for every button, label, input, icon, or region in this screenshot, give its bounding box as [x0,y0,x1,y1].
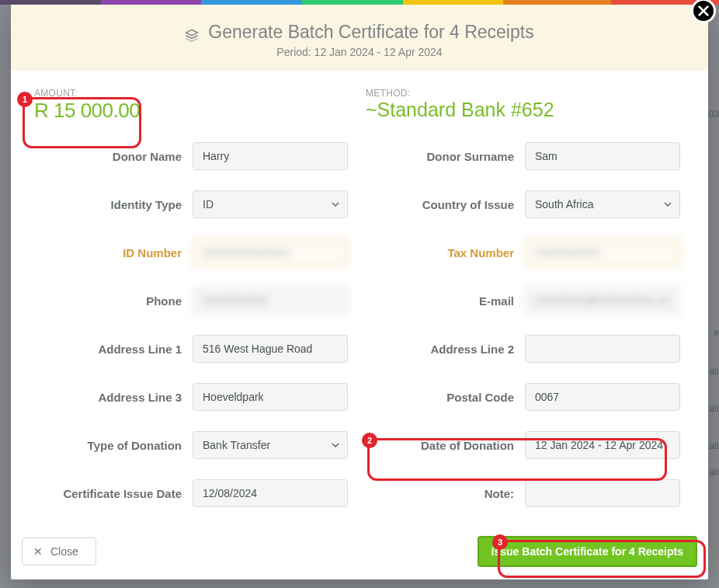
input-phone[interactable] [193,287,348,315]
input-donor-name[interactable] [193,142,348,170]
accent-stripe [0,0,719,5]
svg-marker-0 [186,30,198,36]
close-icon [696,4,710,18]
select-identity-type[interactable]: ID [193,190,348,218]
modal-title-row: Generate Batch Certificate for 4 Receipt… [26,22,693,43]
issue-button[interactable]: Issue Batch Certificate for 4 Receipts [478,536,697,567]
modal-dialog: Generate Batch Certificate for 4 Receipt… [11,5,708,579]
input-address3[interactable] [193,383,348,411]
close-footer-label: Close [50,545,78,558]
bg-hint: ati [709,403,719,414]
modal-footer: ✕ Close Issue Batch Certificate for 4 Re… [11,527,708,579]
method-value: ~Standard Bank #652 [366,99,694,121]
label-tax-number: Tax Number [359,246,514,259]
label-email: E-mail [359,294,514,308]
method-label: METHOD: [366,88,694,99]
bg-hint: e [714,327,719,338]
input-tax-number[interactable] [525,238,680,266]
label-cert-issue-date: Certificate Issue Date [57,487,182,500]
label-donation-date: Date of Donation [359,439,514,452]
label-identity-type: Identity Type [57,198,182,211]
select-donation-type[interactable]: Bank Transfer [193,431,348,459]
select-country-of-issue[interactable]: South Africa [525,190,680,218]
label-address1: Address Line 1 [57,343,182,356]
input-address1[interactable] [193,335,348,363]
form-grid: Donor Name Donor Surname Identity Type I… [11,130,708,515]
label-address2: Address Line 2 [359,343,514,356]
stack-icon [185,26,199,40]
bg-hint: 03 [709,109,719,120]
close-button[interactable] [691,0,716,23]
input-note[interactable] [525,479,680,507]
label-phone: Phone [57,294,182,308]
bg-hint: ati [709,440,719,451]
label-donation-type: Type of Donation [57,439,182,452]
input-donation-date[interactable] [525,431,680,459]
label-country-of-issue: Country of Issue [359,198,514,211]
label-note: Note: [359,487,514,500]
bg-hint: ati [709,467,719,478]
label-donor-surname: Donor Surname [359,150,514,163]
label-donor-name: Donor Name [57,150,182,163]
input-address2[interactable] [525,335,680,363]
bg-hint: ati [709,366,719,377]
close-footer-button[interactable]: ✕ Close [22,538,96,565]
input-postal-code[interactable] [525,383,680,411]
amount-value: R 15 000.00 [34,99,360,123]
label-id-number: ID Number [57,246,182,259]
modal-header: Generate Batch Certificate for 4 Receipt… [11,5,708,71]
amount-label: AMOUNT: [34,88,360,99]
summary-row: AMOUNT: R 15 000.00 METHOD: ~Standard Ba… [11,71,708,130]
label-postal-code: Postal Code [359,391,514,404]
modal-title: Generate Batch Certificate for 4 Receipt… [208,22,533,43]
label-address3: Address Line 3 [57,391,182,404]
input-cert-issue-date[interactable] [193,479,348,507]
input-id-number[interactable] [193,238,348,266]
input-email[interactable] [525,287,680,315]
x-icon: ✕ [33,545,43,558]
input-donor-surname[interactable] [525,142,680,170]
modal-subtitle: Period: 12 Jan 2024 - 12 Apr 2024 [26,46,693,58]
